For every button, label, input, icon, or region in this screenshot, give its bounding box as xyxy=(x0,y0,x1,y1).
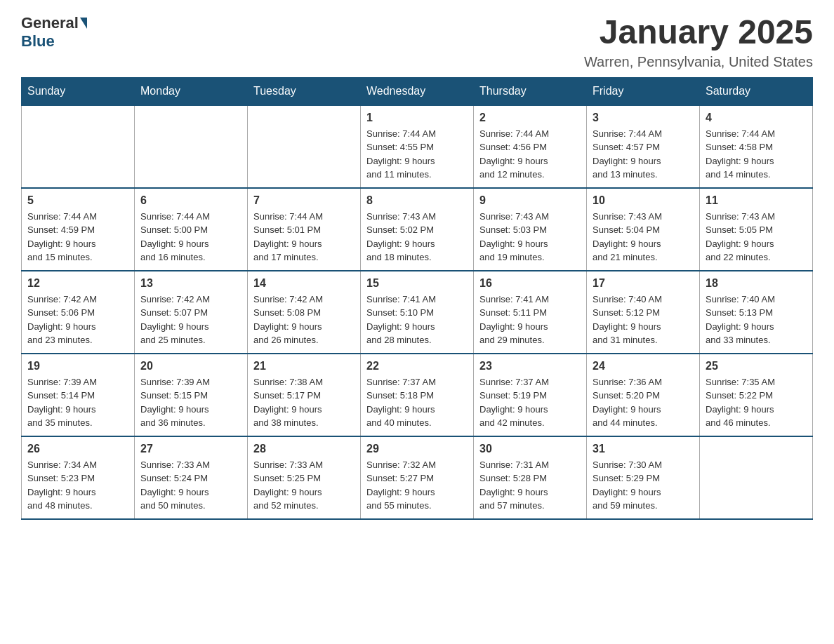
day-number: 28 xyxy=(253,443,355,455)
day-number: 11 xyxy=(706,194,807,207)
day-info: Sunrise: 7:44 AMSunset: 4:56 PMDaylight:… xyxy=(479,127,581,182)
header-tuesday: Tuesday xyxy=(248,77,361,105)
day-info: Sunrise: 7:44 AMSunset: 4:57 PMDaylight:… xyxy=(593,127,694,182)
calendar-cell: 1Sunrise: 7:44 AMSunset: 4:55 PMDaylight… xyxy=(361,105,474,188)
day-info: Sunrise: 7:32 AMSunset: 5:27 PMDaylight:… xyxy=(366,458,468,513)
header-wednesday: Wednesday xyxy=(361,77,474,105)
weekday-header-row: Sunday Monday Tuesday Wednesday Thursday… xyxy=(22,77,813,105)
day-number: 13 xyxy=(140,277,241,290)
calendar-cell: 12Sunrise: 7:42 AMSunset: 5:06 PMDayligh… xyxy=(22,271,135,354)
day-info: Sunrise: 7:40 AMSunset: 5:13 PMDaylight:… xyxy=(706,293,807,347)
calendar-cell: 9Sunrise: 7:43 AMSunset: 5:03 PMDaylight… xyxy=(474,188,587,271)
day-info: Sunrise: 7:41 AMSunset: 5:10 PMDaylight:… xyxy=(366,293,468,347)
day-info: Sunrise: 7:42 AMSunset: 5:06 PMDaylight:… xyxy=(27,293,128,347)
month-title: January 2025 xyxy=(584,14,813,51)
calendar-cell: 2Sunrise: 7:44 AMSunset: 4:56 PMDaylight… xyxy=(474,105,587,188)
header-sunday: Sunday xyxy=(22,77,135,105)
day-number: 24 xyxy=(593,360,694,373)
calendar-cell: 8Sunrise: 7:43 AMSunset: 5:02 PMDaylight… xyxy=(361,188,474,271)
calendar-cell: 26Sunrise: 7:34 AMSunset: 5:23 PMDayligh… xyxy=(22,436,135,519)
day-info: Sunrise: 7:33 AMSunset: 5:25 PMDaylight:… xyxy=(253,458,355,513)
calendar-cell: 5Sunrise: 7:44 AMSunset: 4:59 PMDaylight… xyxy=(22,188,135,271)
day-number: 9 xyxy=(479,194,581,207)
day-info: Sunrise: 7:42 AMSunset: 5:07 PMDaylight:… xyxy=(140,293,241,347)
day-number: 27 xyxy=(140,443,241,455)
day-info: Sunrise: 7:35 AMSunset: 5:22 PMDaylight:… xyxy=(706,375,807,430)
day-number: 21 xyxy=(253,360,355,373)
location-text: Warren, Pennsylvania, United States xyxy=(584,54,813,70)
day-info: Sunrise: 7:36 AMSunset: 5:20 PMDaylight:… xyxy=(593,375,694,430)
day-info: Sunrise: 7:44 AMSunset: 4:55 PMDaylight:… xyxy=(366,127,468,182)
day-number: 18 xyxy=(706,277,807,290)
day-info: Sunrise: 7:33 AMSunset: 5:24 PMDaylight:… xyxy=(140,458,241,513)
day-number: 17 xyxy=(593,277,694,290)
calendar-cell: 3Sunrise: 7:44 AMSunset: 4:57 PMDaylight… xyxy=(587,105,700,188)
calendar-cell: 11Sunrise: 7:43 AMSunset: 5:05 PMDayligh… xyxy=(700,188,813,271)
day-number: 26 xyxy=(27,443,128,455)
calendar-cell: 17Sunrise: 7:40 AMSunset: 5:12 PMDayligh… xyxy=(587,271,700,354)
week-row-3: 12Sunrise: 7:42 AMSunset: 5:06 PMDayligh… xyxy=(22,271,813,354)
calendar-cell xyxy=(248,105,361,188)
logo-triangle-icon xyxy=(80,18,87,29)
calendar-cell: 18Sunrise: 7:40 AMSunset: 5:13 PMDayligh… xyxy=(700,271,813,354)
day-number: 19 xyxy=(27,360,128,373)
day-info: Sunrise: 7:44 AMSunset: 5:01 PMDaylight:… xyxy=(253,210,355,264)
calendar-cell: 13Sunrise: 7:42 AMSunset: 5:07 PMDayligh… xyxy=(135,271,248,354)
day-info: Sunrise: 7:43 AMSunset: 5:05 PMDaylight:… xyxy=(706,210,807,264)
day-number: 15 xyxy=(366,277,468,290)
week-row-4: 19Sunrise: 7:39 AMSunset: 5:14 PMDayligh… xyxy=(22,354,813,436)
day-info: Sunrise: 7:42 AMSunset: 5:08 PMDaylight:… xyxy=(253,293,355,347)
calendar-cell: 14Sunrise: 7:42 AMSunset: 5:08 PMDayligh… xyxy=(248,271,361,354)
day-number: 7 xyxy=(253,194,355,207)
day-info: Sunrise: 7:37 AMSunset: 5:18 PMDaylight:… xyxy=(366,375,468,430)
day-info: Sunrise: 7:39 AMSunset: 5:14 PMDaylight:… xyxy=(27,375,128,430)
calendar-cell: 19Sunrise: 7:39 AMSunset: 5:14 PMDayligh… xyxy=(22,354,135,436)
calendar-cell: 10Sunrise: 7:43 AMSunset: 5:04 PMDayligh… xyxy=(587,188,700,271)
day-info: Sunrise: 7:31 AMSunset: 5:28 PMDaylight:… xyxy=(479,458,581,513)
day-number: 25 xyxy=(706,360,807,373)
day-info: Sunrise: 7:37 AMSunset: 5:19 PMDaylight:… xyxy=(479,375,581,430)
day-number: 12 xyxy=(27,277,128,290)
day-info: Sunrise: 7:44 AMSunset: 4:58 PMDaylight:… xyxy=(706,127,807,182)
calendar-cell: 15Sunrise: 7:41 AMSunset: 5:10 PMDayligh… xyxy=(361,271,474,354)
day-info: Sunrise: 7:39 AMSunset: 5:15 PMDaylight:… xyxy=(140,375,241,430)
calendar-table: Sunday Monday Tuesday Wednesday Thursday… xyxy=(21,77,813,520)
calendar-cell: 27Sunrise: 7:33 AMSunset: 5:24 PMDayligh… xyxy=(135,436,248,519)
page-header: General Blue January 2025 Warren, Pennsy… xyxy=(21,14,813,70)
calendar-cell xyxy=(700,436,813,519)
day-info: Sunrise: 7:38 AMSunset: 5:17 PMDaylight:… xyxy=(253,375,355,430)
logo: General Blue xyxy=(21,14,88,51)
day-number: 2 xyxy=(479,112,581,124)
day-info: Sunrise: 7:40 AMSunset: 5:12 PMDaylight:… xyxy=(593,293,694,347)
day-info: Sunrise: 7:34 AMSunset: 5:23 PMDaylight:… xyxy=(27,458,128,513)
week-row-2: 5Sunrise: 7:44 AMSunset: 4:59 PMDaylight… xyxy=(22,188,813,271)
calendar-cell: 21Sunrise: 7:38 AMSunset: 5:17 PMDayligh… xyxy=(248,354,361,436)
calendar-cell: 20Sunrise: 7:39 AMSunset: 5:15 PMDayligh… xyxy=(135,354,248,436)
logo-general-text: General xyxy=(21,14,79,32)
day-info: Sunrise: 7:30 AMSunset: 5:29 PMDaylight:… xyxy=(593,458,694,513)
calendar-cell: 30Sunrise: 7:31 AMSunset: 5:28 PMDayligh… xyxy=(474,436,587,519)
day-number: 8 xyxy=(366,194,468,207)
calendar-cell: 16Sunrise: 7:41 AMSunset: 5:11 PMDayligh… xyxy=(474,271,587,354)
calendar-cell: 6Sunrise: 7:44 AMSunset: 5:00 PMDaylight… xyxy=(135,188,248,271)
header-saturday: Saturday xyxy=(700,77,813,105)
day-number: 4 xyxy=(706,112,807,124)
calendar-cell xyxy=(135,105,248,188)
calendar-cell: 23Sunrise: 7:37 AMSunset: 5:19 PMDayligh… xyxy=(474,354,587,436)
week-row-5: 26Sunrise: 7:34 AMSunset: 5:23 PMDayligh… xyxy=(22,436,813,519)
day-info: Sunrise: 7:44 AMSunset: 4:59 PMDaylight:… xyxy=(27,210,128,264)
calendar-cell: 7Sunrise: 7:44 AMSunset: 5:01 PMDaylight… xyxy=(248,188,361,271)
day-number: 30 xyxy=(479,443,581,455)
calendar-cell: 28Sunrise: 7:33 AMSunset: 5:25 PMDayligh… xyxy=(248,436,361,519)
day-number: 10 xyxy=(593,194,694,207)
logo-blue-text: Blue xyxy=(21,32,55,50)
day-info: Sunrise: 7:44 AMSunset: 5:00 PMDaylight:… xyxy=(140,210,241,264)
calendar-cell: 24Sunrise: 7:36 AMSunset: 5:20 PMDayligh… xyxy=(587,354,700,436)
day-info: Sunrise: 7:43 AMSunset: 5:02 PMDaylight:… xyxy=(366,210,468,264)
day-number: 20 xyxy=(140,360,241,373)
day-info: Sunrise: 7:41 AMSunset: 5:11 PMDaylight:… xyxy=(479,293,581,347)
day-number: 14 xyxy=(253,277,355,290)
calendar-cell xyxy=(22,105,135,188)
calendar-cell: 22Sunrise: 7:37 AMSunset: 5:18 PMDayligh… xyxy=(361,354,474,436)
day-number: 29 xyxy=(366,443,468,455)
